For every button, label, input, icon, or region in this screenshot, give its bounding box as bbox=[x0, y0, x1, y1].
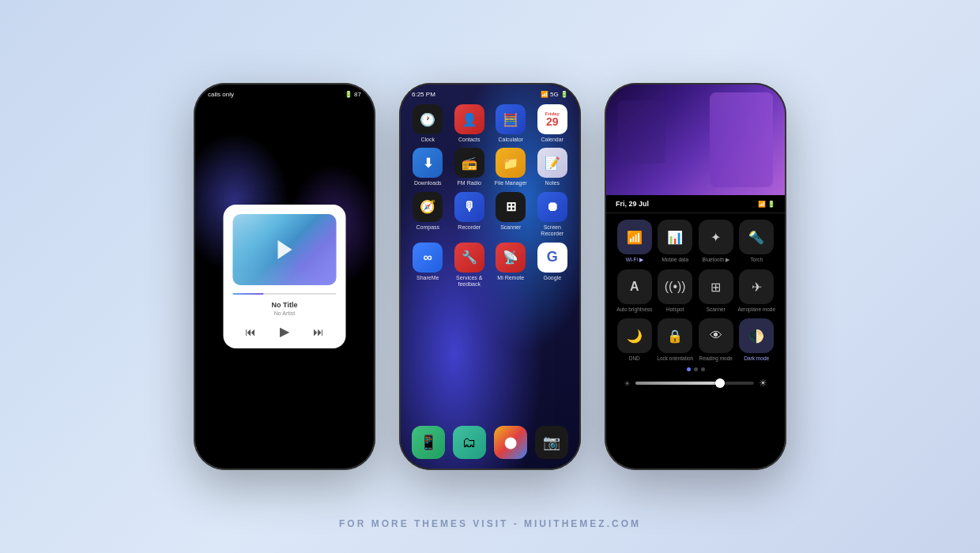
cc-aeroplane[interactable]: ✈ Aeroplane mode bbox=[737, 269, 778, 312]
hero-figure bbox=[710, 92, 773, 187]
scanner-icon: ⊞ bbox=[710, 280, 721, 295]
app-miremote-label: Mi Remote bbox=[497, 275, 524, 281]
app-compass-icon: 🧭 bbox=[413, 192, 443, 222]
progress-fill bbox=[233, 293, 264, 295]
dock-chrome[interactable]: ⬤ bbox=[494, 426, 527, 459]
dot-1 bbox=[687, 367, 691, 371]
app-downloads[interactable]: ⬇ Downloads bbox=[409, 148, 447, 186]
cc-auto-brightness-label: Auto brightness bbox=[616, 307, 652, 312]
cc-reading-btn[interactable]: 👁 bbox=[699, 318, 733, 353]
cc-torch-label: Torch bbox=[750, 257, 763, 262]
cc-scanner[interactable]: ⊞ Scanner bbox=[695, 269, 737, 312]
app-downloads-icon: ⬇ bbox=[413, 148, 443, 178]
wifi-icon: 📶 bbox=[627, 230, 643, 245]
album-art bbox=[233, 214, 337, 285]
app-clock[interactable]: 🕐 Clock bbox=[409, 104, 447, 143]
app-google-label: Google bbox=[543, 275, 561, 281]
cc-bluetooth-btn[interactable]: ✦ bbox=[699, 220, 733, 254]
cc-scanner-btn[interactable]: ⊞ bbox=[699, 269, 733, 304]
app-fmradio[interactable]: 📻 FM Radio bbox=[450, 148, 488, 186]
phone1-status-right: 🔋 87 bbox=[345, 91, 361, 98]
app-miremote[interactable]: 📡 Mi Remote bbox=[492, 243, 530, 288]
brightness-slider[interactable] bbox=[635, 382, 754, 385]
app-calendar[interactable]: Friday 29 Calendar bbox=[533, 104, 571, 143]
app-row-4: ∞ ShareMe 🔧 Services & feedback 📡 Mi Rem… bbox=[407, 243, 573, 288]
cc-bluetooth-label: Bluetooth ▶ bbox=[703, 257, 729, 263]
brightness-low-icon: ☀ bbox=[624, 379, 631, 388]
cc-row-3: 🌙 DND 🔒 Lock orientation � bbox=[614, 318, 777, 361]
dock-camera[interactable]: 📷 bbox=[535, 426, 568, 459]
play-button[interactable]: ▶ bbox=[280, 324, 289, 339]
app-services-label: Services & feedback bbox=[450, 275, 488, 288]
app-filemanager[interactable]: 📁 File Manager bbox=[492, 148, 530, 186]
dot-2 bbox=[694, 367, 698, 371]
app-recorder[interactable]: 🎙 Recorder bbox=[450, 192, 488, 238]
cc-auto-brightness[interactable]: A Auto brightness bbox=[614, 269, 655, 312]
app-clock-label: Clock bbox=[420, 137, 435, 143]
music-progress-bar[interactable] bbox=[233, 293, 337, 295]
dock-files[interactable]: 🗂 bbox=[453, 426, 486, 459]
app-calculator-label: Calculator bbox=[498, 137, 523, 143]
app-notes[interactable]: 📝 Notes bbox=[533, 148, 571, 186]
cc-bluetooth[interactable]: ✦ Bluetooth ▶ bbox=[695, 220, 737, 263]
cc-aeroplane-btn[interactable]: ✈ bbox=[739, 269, 774, 304]
app-recorder-label: Recorder bbox=[458, 224, 481, 231]
app-scanner-icon: ⊞ bbox=[496, 192, 526, 222]
bluetooth-icon: ✦ bbox=[710, 230, 721, 245]
cc-reading-label: Reading mode bbox=[699, 356, 733, 361]
brightness-thumb bbox=[715, 378, 725, 388]
app-grid: 🕐 Clock 👤 Contacts 🧮 Calculator bbox=[401, 101, 579, 295]
app-shareme[interactable]: ∞ ShareMe bbox=[409, 243, 447, 288]
cc-torch-btn[interactable]: 🔦 bbox=[739, 220, 774, 254]
app-recorder-icon: 🎙 bbox=[454, 192, 484, 222]
app-downloads-label: Downloads bbox=[414, 180, 442, 186]
play-indicator bbox=[277, 240, 292, 259]
app-google-icon: G bbox=[537, 243, 567, 273]
hero-image bbox=[606, 85, 785, 195]
next-button[interactable]: ⏭ bbox=[313, 325, 324, 338]
cc-dnd-label: DND bbox=[629, 356, 640, 361]
phone3-status: Fri, 29 Jul 📶 🔋 bbox=[606, 195, 785, 213]
cc-dark-mode[interactable]: 🌓 Dark mode bbox=[737, 318, 778, 361]
app-contacts-label: Contacts bbox=[458, 137, 481, 143]
app-row-1: 🕐 Clock 👤 Contacts 🧮 Calculator bbox=[407, 104, 573, 143]
cc-date: Fri, 29 Jul bbox=[616, 200, 649, 208]
cc-mobile-data[interactable]: 📊 Mobile data bbox=[655, 220, 696, 263]
app-screenrec-icon: ⏺ bbox=[537, 192, 567, 222]
app-contacts[interactable]: 👤 Contacts bbox=[450, 104, 488, 143]
cc-dnd-btn[interactable]: 🌙 bbox=[617, 318, 652, 353]
app-google[interactable]: G Google bbox=[533, 243, 571, 288]
prev-button[interactable]: ⏮ bbox=[245, 325, 256, 338]
app-shareme-label: ShareMe bbox=[416, 275, 439, 281]
cc-lock-orientation[interactable]: 🔒 Lock orientation bbox=[655, 318, 696, 361]
cc-mobile-btn[interactable]: 📊 bbox=[658, 220, 692, 254]
cc-hotspot-btn[interactable]: ((•)) bbox=[658, 269, 692, 304]
app-filemanager-label: File Manager bbox=[495, 180, 527, 186]
cc-wifi-btn[interactable]: 📶 bbox=[617, 220, 652, 254]
app-calendar-label: Calendar bbox=[541, 137, 564, 143]
lock-icon: 🔒 bbox=[667, 329, 683, 344]
phones-container: calls only 🔋 87 No Title No Artist bbox=[194, 83, 786, 470]
cc-dnd[interactable]: 🌙 DND bbox=[614, 318, 655, 361]
app-compass[interactable]: 🧭 Compass bbox=[409, 192, 447, 238]
app-services[interactable]: 🔧 Services & feedback bbox=[450, 243, 488, 288]
app-calculator[interactable]: 🧮 Calculator bbox=[492, 104, 530, 143]
cc-auto-brightness-btn[interactable]: A bbox=[617, 269, 652, 304]
app-contacts-icon: 👤 bbox=[454, 104, 484, 134]
cc-lock-btn[interactable]: 🔒 bbox=[658, 318, 692, 353]
cc-dark-btn[interactable]: 🌓 bbox=[739, 318, 774, 353]
reading-icon: 👁 bbox=[710, 329, 722, 343]
app-scanner-label: Scanner bbox=[500, 224, 521, 231]
app-screenrecorder[interactable]: ⏺ Screen Recorder bbox=[533, 192, 571, 238]
cc-hotspot[interactable]: ((•)) Hotspot bbox=[655, 269, 696, 312]
cc-reading-mode[interactable]: 👁 Reading mode bbox=[695, 318, 737, 361]
dock-phone[interactable]: 📱 bbox=[412, 426, 445, 459]
app-scanner[interactable]: ⊞ Scanner bbox=[492, 192, 530, 238]
dock: 📱 🗂 ⬤ 📷 bbox=[412, 426, 568, 459]
app-notes-label: Notes bbox=[545, 180, 560, 186]
app-clock-icon: 🕐 bbox=[413, 104, 443, 134]
app-calendar-icon: Friday 29 bbox=[537, 104, 567, 134]
cc-torch[interactable]: 🔦 Torch bbox=[737, 220, 778, 263]
cc-wifi[interactable]: 📶 Wi-Fi ▶ bbox=[614, 220, 655, 263]
phone1-status-bar: calls only 🔋 87 bbox=[195, 85, 374, 101]
